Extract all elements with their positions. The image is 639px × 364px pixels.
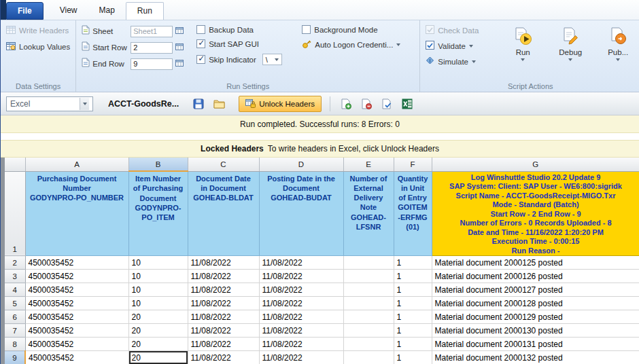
cell-F7[interactable]: 1 xyxy=(394,324,432,338)
cell-E3[interactable] xyxy=(343,270,394,283)
column-header-B[interactable]: B xyxy=(128,158,188,171)
cell-F6[interactable]: 1 xyxy=(394,310,432,324)
mode-select[interactable]: Excel xyxy=(6,96,93,111)
header-cell-G[interactable]: Log Winshuttle Studio 20.2 Update 9 SAP … xyxy=(432,171,639,256)
cell-A3[interactable]: 4500035452 xyxy=(25,270,128,283)
cell-E4[interactable] xyxy=(343,283,394,297)
row-header-3[interactable]: 3 xyxy=(5,270,25,283)
cell-D6[interactable]: 11/08/2022 xyxy=(259,310,343,324)
cell-A7[interactable]: 4500035452 xyxy=(25,324,128,338)
update-document-button[interactable] xyxy=(379,96,394,111)
check-data-button[interactable]: Check Data xyxy=(426,25,496,35)
cell-B7[interactable]: 20 xyxy=(128,324,188,338)
cell-E7[interactable] xyxy=(343,324,394,338)
header-cell-B[interactable]: Item Number of Purchasing Document GODYN… xyxy=(128,171,188,256)
cell-C8[interactable]: 11/08/2022 xyxy=(188,338,259,351)
cell-C3[interactable]: 11/08/2022 xyxy=(188,270,259,283)
write-headers-button[interactable]: Write Headers xyxy=(6,25,70,36)
row-header-5[interactable]: 5 xyxy=(5,297,25,310)
cell-G2[interactable]: Material document 2000125 posted xyxy=(432,256,639,270)
cell-G9[interactable]: Material document 2000132 posted xyxy=(432,351,639,364)
start-sap-gui-checkbox[interactable]: Start SAP GUI xyxy=(196,39,302,48)
end-row-input[interactable] xyxy=(131,58,173,70)
row-header-8[interactable]: 8 xyxy=(5,338,25,351)
debug-button[interactable]: Debug xyxy=(553,25,587,72)
auto-logon-button[interactable]: Auto Logon Credenti... xyxy=(302,39,414,50)
background-mode-checkbox[interactable]: Background Mode xyxy=(302,25,414,34)
column-header-C[interactable]: C xyxy=(188,158,259,171)
lookup-values-button[interactable]: Lookup Values xyxy=(6,41,70,52)
column-header-G[interactable]: G xyxy=(432,158,639,171)
cell-E9[interactable] xyxy=(343,351,394,364)
header-cell-A[interactable]: Purchasing Document Number GODYNPRO-PO_N… xyxy=(25,171,128,256)
cell-C4[interactable]: 11/08/2022 xyxy=(188,283,259,297)
cell-E5[interactable] xyxy=(343,297,394,310)
cell-G7[interactable]: Material document 2000130 posted xyxy=(432,324,639,338)
header-cell-E[interactable]: Number of External Delivery Note GOHEAD-… xyxy=(343,171,394,256)
header-cell-C[interactable]: Document Date in Document GOHEAD-BLDAT xyxy=(188,171,259,256)
cell-A9[interactable]: 4500035452 xyxy=(25,351,128,364)
validate-button[interactable]: Validate xyxy=(426,41,496,51)
cell-G3[interactable]: Material document 2000126 posted xyxy=(432,270,639,283)
cell-F5[interactable]: 1 xyxy=(394,297,432,310)
tab-view[interactable]: View xyxy=(49,2,88,20)
remove-document-button[interactable] xyxy=(359,96,374,111)
cell-B2[interactable]: 10 xyxy=(128,256,188,270)
row-header-4[interactable]: 4 xyxy=(5,283,25,297)
cell-G8[interactable]: Material document 2000131 posted xyxy=(432,338,639,351)
cell-B4[interactable]: 10 xyxy=(128,283,188,297)
tab-run[interactable]: Run xyxy=(126,2,164,20)
start-row-picker-icon[interactable] xyxy=(175,41,184,54)
cell-A5[interactable]: 4500035452 xyxy=(25,297,128,310)
backup-data-checkbox[interactable]: Backup Data xyxy=(196,25,302,34)
cell-G6[interactable]: Material document 2000129 posted xyxy=(432,310,639,324)
row-header-1[interactable]: 1 xyxy=(5,171,25,256)
cell-A8[interactable]: 4500035452 xyxy=(25,338,128,351)
cell-C7[interactable]: 11/08/2022 xyxy=(188,324,259,338)
cell-D7[interactable]: 11/08/2022 xyxy=(259,324,343,338)
cell-G5[interactable]: Material document 2000128 posted xyxy=(432,297,639,310)
cell-B8[interactable]: 20 xyxy=(128,338,188,351)
cell-G4[interactable]: Material document 2000127 posted xyxy=(432,283,639,297)
run-button[interactable]: Run xyxy=(506,25,540,72)
simulate-button[interactable]: Simulate xyxy=(426,56,496,67)
cell-F9[interactable]: 1 xyxy=(394,351,432,364)
cell-F8[interactable]: 1 xyxy=(394,338,432,351)
excel-icon[interactable] xyxy=(400,96,415,111)
cell-C9[interactable]: 11/08/2022 xyxy=(188,351,259,364)
sheet-input[interactable] xyxy=(131,26,173,37)
column-header-E[interactable]: E xyxy=(343,158,394,171)
cell-A4[interactable]: 4500035452 xyxy=(25,283,128,297)
cell-D9[interactable]: 11/08/2022 xyxy=(259,351,343,364)
column-header-D[interactable]: D xyxy=(259,158,343,171)
cell-D4[interactable]: 11/08/2022 xyxy=(259,283,343,297)
save-button[interactable] xyxy=(191,96,206,111)
cell-B9[interactable]: 20 xyxy=(128,351,188,364)
header-cell-F[interactable]: Quantity in Unit of Entry GOITEM -ERFMG … xyxy=(394,171,432,256)
start-sap-gui-checkbox-box[interactable] xyxy=(196,39,205,48)
cell-C5[interactable]: 11/08/2022 xyxy=(188,297,259,310)
end-row-picker-icon[interactable] xyxy=(175,58,184,70)
open-folder-button[interactable] xyxy=(211,96,226,111)
cell-F4[interactable]: 1 xyxy=(394,283,432,297)
start-row-input[interactable] xyxy=(131,42,173,54)
skip-indicator-checkbox[interactable]: Skip Indicator \ xyxy=(196,54,302,65)
cell-E6[interactable] xyxy=(343,310,394,324)
column-header-A[interactable]: A xyxy=(25,158,128,171)
cell-D2[interactable]: 11/08/2022 xyxy=(259,256,343,270)
tab-file[interactable]: File xyxy=(6,2,44,20)
cell-A6[interactable]: 4500035452 xyxy=(25,310,128,324)
header-cell-D[interactable]: Posting Date in the Document GOHEAD-BUDA… xyxy=(259,171,343,256)
combo-caret[interactable] xyxy=(80,98,89,110)
skip-indicator-dropdown[interactable]: \ xyxy=(262,54,282,65)
select-all-corner[interactable] xyxy=(5,158,25,171)
cell-B6[interactable]: 20 xyxy=(128,310,188,324)
column-header-F[interactable]: F xyxy=(394,158,432,171)
row-header-9[interactable]: 9 xyxy=(5,351,25,364)
cell-D5[interactable]: 11/08/2022 xyxy=(259,297,343,310)
cell-E2[interactable] xyxy=(343,256,394,270)
background-mode-checkbox-box[interactable] xyxy=(302,25,311,34)
cell-B3[interactable]: 10 xyxy=(128,270,188,283)
row-header-2[interactable]: 2 xyxy=(5,256,25,270)
cell-A2[interactable]: 4500035452 xyxy=(25,256,128,270)
